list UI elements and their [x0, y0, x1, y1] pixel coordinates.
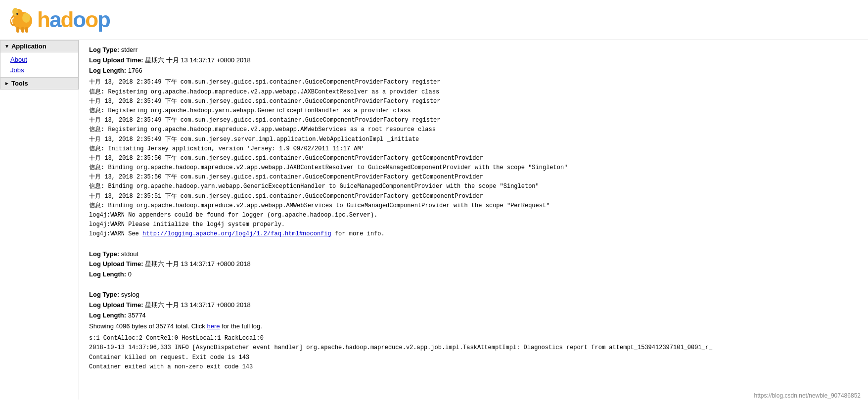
log-length-syslog-label: Log Length: 35774 [89, 311, 858, 321]
syslog-log-lines: s:1 ContAlloc:2 ContRel:0 HostLocal:1 Ra… [89, 334, 858, 372]
log-type-stdout-label: Log Type: stdout [89, 249, 858, 260]
log-upload-time-syslog-label: Log Upload Time: 星期六 十月 13 14:37:17 +080… [89, 300, 858, 311]
log-line: s:1 ContAlloc:2 ContRel:0 HostLocal:1 Ra… [89, 334, 858, 343]
log-line: 十月 13, 2018 2:35:49 下午 com.sun.jersey.gu… [89, 78, 858, 87]
log-line: 十月 13, 2018 2:35:50 下午 com.sun.jersey.gu… [89, 173, 858, 182]
layout: ▼ Application About Jobs ► Tools Log Typ… [0, 40, 868, 400]
watermark: https://blog.csdn.net/newbie_907486852 [754, 392, 861, 399]
log-length-stdout-label: Log Length: 0 [89, 269, 858, 280]
application-links: About Jobs [0, 52, 79, 78]
log-length-stderr-label: Log Length: 1766 [89, 66, 858, 76]
log-line: Container exited with a non-zero exit co… [89, 362, 858, 372]
log-line: 信息: Initiating Jersey application, versi… [89, 144, 858, 154]
log-type-stderr-label: Log Type: stderr [89, 45, 858, 55]
log-line: Container killed on request. Exit code i… [89, 353, 858, 362]
logo-area: hadoop [7, 5, 861, 35]
log-warn-line: log4j:WARN No appenders could be found f… [89, 211, 858, 220]
logo-text: hadoop [37, 7, 110, 32]
application-section-header[interactable]: ▼ Application [0, 40, 79, 52]
log-line: 信息: Binding org.apache.hadoop.mapreduce.… [89, 163, 858, 173]
log-warn-line: log4j:WARN See http://logging.apache.org… [89, 229, 858, 239]
log-line: 2018-10-13 14:37:06,333 INFO [AsyncDispa… [89, 343, 858, 353]
log-upload-time-stdout-label: Log Upload Time: 星期六 十月 13 14:37:17 +080… [89, 259, 858, 269]
log-line: 信息: Binding org.apache.hadoop.mapreduce.… [89, 201, 858, 211]
log-section-stdout: Log Type: stdout Log Upload Time: 星期六 十月… [89, 249, 858, 280]
jobs-link[interactable]: Jobs [0, 65, 78, 75]
showing-text: Showing 4096 bytes of 35774 total. Click… [89, 321, 858, 332]
log-section-stderr: Log Type: stderr Log Upload Time: 星期六 十月… [89, 45, 858, 239]
log4j-link[interactable]: http://logging.apache.org/log4j/1.2/faq.… [142, 230, 331, 237]
application-arrow-icon: ▼ [4, 44, 9, 49]
log-line: 十月 13, 2018 2:35:49 下午 com.sun.jersey.gu… [89, 116, 858, 125]
svg-point-7 [22, 13, 30, 23]
main-content: Log Type: stderr Log Upload Time: 星期六 十月… [79, 40, 868, 400]
log-line: 信息: Registering org.apache.hadoop.mapred… [89, 88, 858, 97]
tools-label: Tools [11, 80, 28, 87]
log-line: 信息: Binding org.apache.hadoop.yarn.webap… [89, 182, 858, 191]
tools-arrow-icon: ► [4, 81, 9, 86]
tools-section-header[interactable]: ► Tools [0, 78, 79, 90]
application-label: Application [11, 43, 46, 50]
svg-point-3 [16, 13, 18, 15]
svg-rect-6 [25, 27, 28, 33]
log-type-syslog-label: Log Type: syslog [89, 290, 858, 300]
log-line: 十月 13, 2018 2:35:49 下午 com.sun.jersey.gu… [89, 97, 858, 106]
svg-rect-5 [21, 27, 24, 33]
log-line: 十月 13, 2018 2:35:49 下午 com.sun.jersey.se… [89, 135, 858, 144]
log-line: 十月 13, 2018 2:35:51 下午 com.sun.jersey.gu… [89, 192, 858, 201]
about-link[interactable]: About [0, 54, 78, 65]
log-line: 信息: Registering org.apache.hadoop.yarn.w… [89, 106, 858, 116]
log-upload-time-stderr-label: Log Upload Time: 星期六 十月 13 14:37:17 +080… [89, 55, 858, 66]
log-line: 信息: Registering org.apache.hadoop.mapred… [89, 125, 858, 135]
log-warn-line: log4j:WARN Please initialize the log4j s… [89, 220, 858, 229]
log-line: 十月 13, 2018 2:35:50 下午 com.sun.jersey.gu… [89, 154, 858, 163]
sidebar: ▼ Application About Jobs ► Tools [0, 40, 79, 400]
elephant-icon [7, 5, 37, 35]
stderr-log-lines: 十月 13, 2018 2:35:49 下午 com.sun.jersey.gu… [89, 78, 858, 239]
svg-rect-4 [16, 27, 19, 33]
header: hadoop [0, 0, 868, 40]
log-section-syslog: Log Type: syslog Log Upload Time: 星期六 十月… [89, 290, 858, 372]
here-link[interactable]: here [207, 322, 220, 330]
